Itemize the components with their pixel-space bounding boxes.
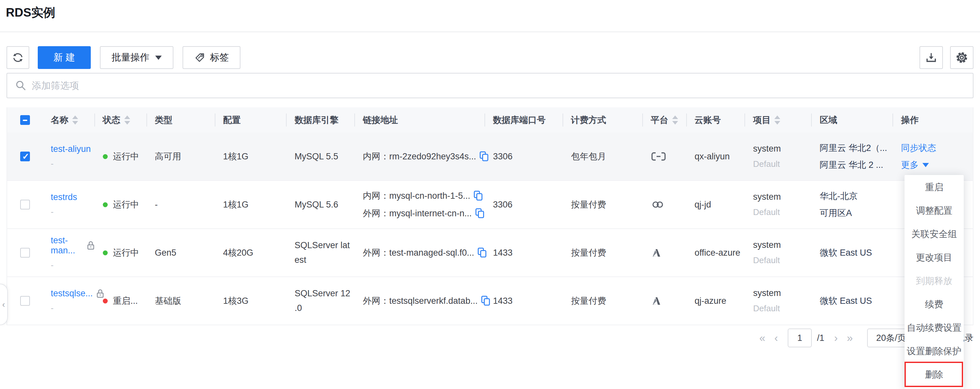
next-page-button[interactable]: › [830,332,842,344]
config-cell: 1核3G [215,277,287,325]
row-checkbox[interactable] [20,200,30,210]
copy-icon[interactable] [475,208,485,219]
alibaba-cloud-icon [651,151,667,162]
copy-icon[interactable] [473,190,483,201]
menu-item-auto-renew-settings[interactable]: 自动续费设置 [905,316,964,340]
instance-name-link[interactable]: testsqlse... [51,289,93,298]
billing-cell: 包年包月 [563,133,643,180]
region-cell: 微软 East US [819,295,872,307]
export-button[interactable] [920,46,943,69]
region-cell: 华北-北京 可用区A [819,190,858,219]
column-header-account: 云账号 [687,107,745,133]
jd-cloud-icon [651,199,665,210]
status-dot [103,251,108,255]
project-sub: Default [753,207,781,217]
platform-cell [643,133,687,180]
sort-icon[interactable] [672,116,678,125]
page-number-input[interactable]: 1 [788,329,812,348]
menu-item-security-group[interactable]: 关联安全组 [905,222,964,246]
column-header-config: 配置 [215,107,287,133]
instances-table: 名称 状态 类型 配置 数据库引擎 链接地址 数据库端口号 [6,107,974,325]
project-cell: system [753,240,781,250]
last-page-button[interactable]: » [842,332,858,344]
page-title: RDS实例 [6,5,55,21]
menu-item-restart[interactable]: 重启 [905,176,964,199]
refresh-button[interactable] [6,46,29,69]
address-line: 内网：mysql-cn-north-1-5... [363,190,485,202]
download-icon [925,51,937,64]
billing-cell: 按量付费 [563,181,643,228]
collapse-panel-handle[interactable]: ‹ [0,284,8,325]
menu-item-change-project[interactable]: 更改项目 [905,246,964,269]
column-header-type: 类型 [147,107,215,133]
filter-input[interactable] [32,80,965,91]
port-cell: 3306 [485,181,563,228]
status-cell: 重启... [95,277,147,325]
menu-item-renew[interactable]: 续费 [905,293,964,316]
row-checkbox[interactable] [20,296,30,306]
column-header-actions: 操作 [893,107,973,133]
platform-cell [643,277,687,325]
config-cell: 1核1G [215,133,287,180]
address-line: 外网：mysql-internet-cn-n... [363,208,485,219]
tag-icon [194,52,205,63]
sort-icon[interactable] [72,116,78,125]
account-cell: qx-aliyun [687,133,745,180]
type-cell: Gen5 [147,229,215,276]
create-button[interactable]: 新 建 [38,46,91,69]
column-header-project[interactable]: 项目 [745,107,812,133]
config-cell: 1核1G [215,181,287,228]
sort-icon[interactable] [124,116,130,125]
engine-cell: MySQL 5.5 [286,133,355,180]
port-cell: 1433 [485,277,563,325]
refresh-icon [12,51,24,64]
sort-icon[interactable] [774,116,780,125]
prev-page-button[interactable]: ‹ [770,332,783,344]
menu-item-delete[interactable]: 删除 [905,363,964,386]
region-cell: 阿里云 华北2（... 阿里云 华北 2 ... [819,142,887,171]
column-header-status[interactable]: 状态 [95,107,147,133]
engine-cell: SQLServer lat est [294,240,350,265]
lock-icon [86,241,95,251]
engine-cell: SQLServer 12 .0 [294,289,350,313]
column-header-platform[interactable]: 平台 [643,107,687,133]
more-actions-link[interactable]: 更多 [901,159,936,171]
config-cell: 4核20G [215,229,287,276]
billing-cell: 按量付费 [563,277,643,325]
project-cell: system [753,288,781,298]
batch-actions-button[interactable]: 批量操作 [100,46,173,69]
type-cell: - [147,181,215,228]
column-header-billing: 计费方式 [563,107,643,133]
row-checkbox[interactable] [20,248,30,257]
table-row: test-aliyun - 运行中 高可用 1核1G MySQL 5.5 内网：… [7,133,973,181]
instance-name-link[interactable]: test-man... [51,235,83,256]
row-checkbox[interactable] [20,152,30,161]
select-all-checkbox[interactable] [20,115,30,125]
column-header-name[interactable]: 名称 [43,107,95,133]
instance-name-link[interactable]: test-aliyun [51,144,91,154]
sync-status-link[interactable]: 同步状态 [901,142,936,154]
page-total-label: /1 [817,333,824,343]
create-button-label: 新 建 [53,51,75,64]
menu-item-resize[interactable]: 调整配置 [905,199,964,222]
address-line: 内网：rm-2zedo92hey3s4s... [363,151,489,162]
account-cell: qj-jd [687,181,745,228]
status-dot [103,298,108,303]
menu-item-delete-protection[interactable]: 设置删除保护 [905,340,964,363]
caret-down-icon [155,56,162,60]
status-dot [103,154,108,159]
platform-cell [643,181,687,228]
instance-name-link[interactable]: testrds [51,192,77,202]
tag-button[interactable]: 标签 [183,46,240,69]
instance-subtext: - [51,207,77,217]
column-header-port: 数据库端口号 [485,107,563,133]
column-settings-button[interactable] [950,46,974,69]
project-cell: system [753,192,781,202]
instance-subtext: - [51,159,91,169]
chevron-left-icon: ‹ [2,300,5,310]
port-cell: 1433 [485,229,563,276]
caret-down-icon [923,163,929,167]
address-line: 外网：testsqlserverkf.datab... [363,295,491,307]
first-page-button[interactable]: « [755,332,770,344]
project-sub: Default [753,255,781,265]
